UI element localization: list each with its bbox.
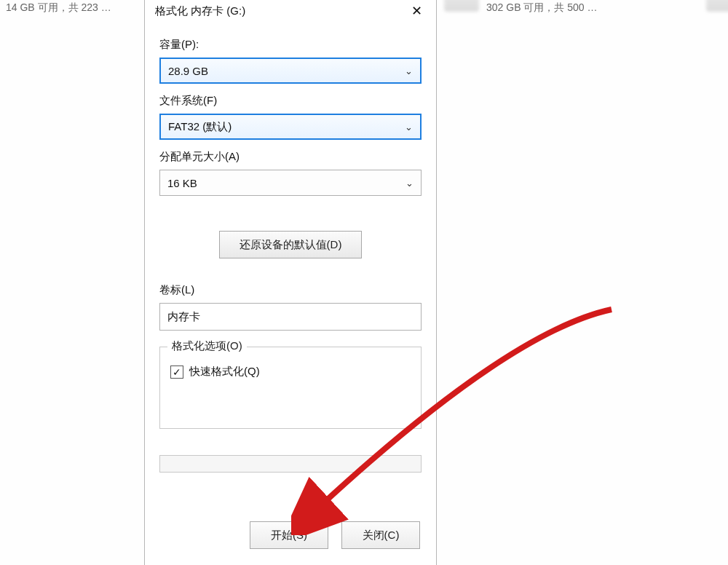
background-drive-left-caption: 14 GB 可用，共 223 …: [0, 0, 117, 17]
dialog-body: 容量(P): 28.9 GB ⌄ 文件系统(F) FAT32 (默认) ⌄ 分配…: [145, 23, 436, 511]
filesystem-label: 文件系统(F): [159, 94, 422, 108]
chevron-down-icon: ⌄: [405, 66, 413, 76]
restore-defaults-button[interactable]: 还原设备的默认值(D): [219, 231, 362, 258]
allocation-label: 分配单元大小(A): [159, 150, 422, 164]
filesystem-value: FAT32 (默认): [168, 120, 232, 134]
quick-format-checkbox[interactable]: ✓: [170, 366, 183, 379]
chevron-down-icon: ⌄: [405, 178, 414, 189]
dialog-footer: 开始(S) 关闭(C): [145, 511, 436, 565]
allocation-select[interactable]: 16 KB ⌄: [159, 170, 422, 196]
allocation-value: 16 KB: [167, 177, 197, 189]
volume-label-input[interactable]: [159, 303, 422, 331]
background-drive-icon: [444, 0, 479, 12]
check-icon: ✓: [173, 367, 181, 377]
restore-defaults-label: 还原设备的默认值(D): [240, 238, 342, 252]
volume-label-label: 卷标(L): [159, 283, 422, 297]
format-dialog: 格式化 内存卡 (G:) ✕ 容量(P): 28.9 GB ⌄ 文件系统(F) …: [144, 0, 437, 565]
quick-format-row[interactable]: ✓ 快速格式化(Q): [170, 365, 411, 379]
filesystem-select[interactable]: FAT32 (默认) ⌄: [159, 114, 422, 140]
background-drive-icon: [706, 0, 728, 12]
close-dialog-button[interactable]: 关闭(C): [341, 521, 420, 549]
chevron-down-icon: ⌄: [405, 122, 413, 133]
start-button[interactable]: 开始(S): [250, 521, 328, 549]
background-drive-right-caption: 302 GB 可用，共 500 …: [480, 0, 604, 17]
close-icon: ✕: [411, 4, 422, 17]
capacity-select[interactable]: 28.9 GB ⌄: [159, 58, 422, 84]
capacity-value: 28.9 GB: [168, 65, 208, 77]
quick-format-label: 快速格式化(Q): [189, 365, 260, 379]
capacity-label: 容量(P):: [159, 38, 422, 52]
format-options-legend: 格式化选项(O): [167, 339, 247, 353]
progress-bar: [159, 455, 422, 473]
close-button[interactable]: ✕: [404, 2, 429, 20]
titlebar: 格式化 内存卡 (G:) ✕: [145, 0, 436, 23]
dialog-title: 格式化 内存卡 (G:): [155, 4, 245, 18]
format-options-group: 格式化选项(O) ✓ 快速格式化(Q): [159, 347, 422, 429]
